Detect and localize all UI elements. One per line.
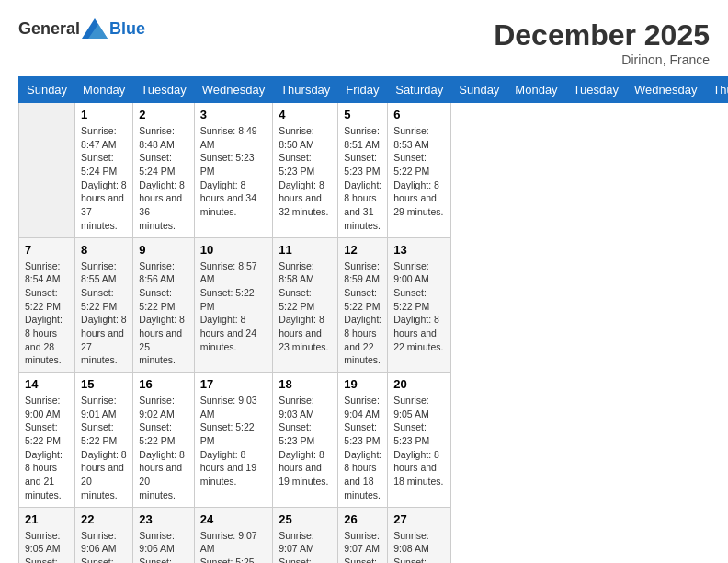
day-number: 16 (139, 377, 188, 391)
calendar-day-cell: 19 Sunrise: 9:04 AM Sunset: 5:23 PM Dayl… (338, 373, 388, 508)
day-of-week-header: Friday (338, 77, 388, 103)
calendar-week-row: 21 Sunrise: 9:05 AM Sunset: 5:24 PM Dayl… (19, 507, 729, 563)
day-info: Sunrise: 9:08 AM Sunset: 5:27 PM Dayligh… (393, 529, 445, 564)
day-number: 6 (393, 108, 445, 121)
calendar-week-row: 14 Sunrise: 9:00 AM Sunset: 5:22 PM Dayl… (19, 373, 729, 508)
day-info: Sunrise: 8:59 AM Sunset: 5:22 PM Dayligh… (344, 259, 381, 368)
calendar-week-row: 7 Sunrise: 8:54 AM Sunset: 5:22 PM Dayli… (19, 237, 729, 373)
day-number: 8 (81, 243, 127, 257)
day-of-week-header: Wednesday (627, 77, 705, 103)
day-number: 17 (200, 377, 267, 391)
day-info: Sunrise: 8:53 AM Sunset: 5:22 PM Dayligh… (393, 124, 445, 219)
day-info: Sunrise: 8:48 AM Sunset: 5:24 PM Dayligh… (139, 124, 188, 233)
day-number: 24 (200, 512, 267, 526)
day-of-week-header: Sunday (19, 77, 75, 103)
day-info: Sunrise: 8:50 AM Sunset: 5:23 PM Dayligh… (279, 124, 332, 219)
calendar-day-cell: 16 Sunrise: 9:02 AM Sunset: 5:22 PM Dayl… (133, 373, 194, 508)
day-info: Sunrise: 8:57 AM Sunset: 5:22 PM Dayligh… (200, 259, 267, 354)
location-subtitle: Dirinon, France (494, 52, 710, 67)
day-info: Sunrise: 8:58 AM Sunset: 5:22 PM Dayligh… (279, 259, 332, 354)
day-info: Sunrise: 9:00 AM Sunset: 5:22 PM Dayligh… (393, 259, 445, 354)
day-of-week-header: Monday (75, 77, 133, 103)
calendar-day-cell: 4 Sunrise: 8:50 AM Sunset: 5:23 PM Dayli… (273, 103, 338, 238)
day-info: Sunrise: 9:03 AM Sunset: 5:22 PM Dayligh… (200, 394, 267, 488)
day-of-week-header: Monday (507, 77, 565, 103)
calendar-table: SundayMondayTuesdayWednesdayThursdayFrid… (18, 76, 728, 563)
calendar-day-cell: 15 Sunrise: 9:01 AM Sunset: 5:22 PM Dayl… (75, 373, 133, 508)
day-info: Sunrise: 8:47 AM Sunset: 5:24 PM Dayligh… (81, 124, 127, 233)
day-number: 10 (200, 243, 267, 257)
calendar-day-cell: 8 Sunrise: 8:55 AM Sunset: 5:22 PM Dayli… (75, 237, 133, 373)
day-info: Sunrise: 9:03 AM Sunset: 5:23 PM Dayligh… (279, 394, 332, 488)
day-number: 1 (81, 108, 127, 121)
calendar-day-cell: 12 Sunrise: 8:59 AM Sunset: 5:22 PM Dayl… (338, 237, 388, 373)
day-info: Sunrise: 9:04 AM Sunset: 5:23 PM Dayligh… (344, 394, 381, 502)
day-number: 15 (81, 377, 127, 391)
day-number: 27 (393, 512, 445, 526)
day-number: 9 (139, 243, 188, 257)
day-number: 21 (25, 512, 69, 526)
day-info: Sunrise: 9:07 AM Sunset: 5:25 PM Dayligh… (200, 529, 267, 564)
logo: General Blue (18, 18, 145, 39)
calendar-day-cell: 5 Sunrise: 8:51 AM Sunset: 5:23 PM Dayli… (338, 103, 388, 238)
day-info: Sunrise: 9:06 AM Sunset: 5:24 PM Dayligh… (81, 529, 127, 564)
calendar-day-cell: 22 Sunrise: 9:06 AM Sunset: 5:24 PM Dayl… (75, 507, 133, 563)
day-info: Sunrise: 9:05 AM Sunset: 5:23 PM Dayligh… (393, 394, 445, 488)
logo-icon (82, 18, 108, 39)
title-section: December 2025 Dirinon, France (494, 18, 710, 67)
day-number: 11 (279, 243, 332, 257)
calendar-day-cell: 14 Sunrise: 9:00 AM Sunset: 5:22 PM Dayl… (19, 373, 75, 508)
logo-text-blue: Blue (109, 19, 145, 39)
day-info: Sunrise: 9:07 AM Sunset: 5:26 PM Dayligh… (279, 529, 332, 564)
calendar-day-cell: 20 Sunrise: 9:05 AM Sunset: 5:23 PM Dayl… (388, 373, 451, 508)
day-info: Sunrise: 9:00 AM Sunset: 5:22 PM Dayligh… (25, 394, 69, 502)
calendar-day-cell: 23 Sunrise: 9:06 AM Sunset: 5:25 PM Dayl… (133, 507, 194, 563)
day-number: 2 (139, 108, 188, 121)
page-header: General Blue December 2025 Dirinon, Fran… (18, 18, 710, 67)
day-info: Sunrise: 9:07 AM Sunset: 5:27 PM Dayligh… (344, 529, 381, 564)
calendar-day-cell (19, 103, 75, 238)
day-info: Sunrise: 8:51 AM Sunset: 5:23 PM Dayligh… (344, 124, 381, 233)
day-info: Sunrise: 9:06 AM Sunset: 5:25 PM Dayligh… (139, 529, 188, 564)
calendar-day-cell: 18 Sunrise: 9:03 AM Sunset: 5:23 PM Dayl… (273, 373, 338, 508)
logo-text-general: General (18, 19, 80, 39)
calendar-day-cell: 11 Sunrise: 8:58 AM Sunset: 5:22 PM Dayl… (273, 237, 338, 373)
day-number: 20 (393, 377, 445, 391)
day-number: 23 (139, 512, 188, 526)
day-of-week-header: Tuesday (133, 77, 194, 103)
day-number: 14 (25, 377, 69, 391)
day-info: Sunrise: 9:02 AM Sunset: 5:22 PM Dayligh… (139, 394, 188, 502)
day-number: 3 (200, 108, 267, 121)
calendar-day-cell: 17 Sunrise: 9:03 AM Sunset: 5:22 PM Dayl… (194, 373, 272, 508)
calendar-day-cell: 27 Sunrise: 9:08 AM Sunset: 5:27 PM Dayl… (388, 507, 451, 563)
day-of-week-header: Sunday (451, 77, 507, 103)
day-info: Sunrise: 8:54 AM Sunset: 5:22 PM Dayligh… (25, 259, 69, 368)
calendar-day-cell: 10 Sunrise: 8:57 AM Sunset: 5:22 PM Dayl… (194, 237, 272, 373)
day-number: 12 (344, 243, 381, 257)
day-info: Sunrise: 8:49 AM Sunset: 5:23 PM Dayligh… (200, 124, 267, 219)
calendar-day-cell: 26 Sunrise: 9:07 AM Sunset: 5:27 PM Dayl… (338, 507, 388, 563)
day-number: 19 (344, 377, 381, 391)
day-info: Sunrise: 9:05 AM Sunset: 5:24 PM Dayligh… (25, 529, 69, 564)
calendar-day-cell: 13 Sunrise: 9:00 AM Sunset: 5:22 PM Dayl… (388, 237, 451, 373)
day-number: 5 (344, 108, 381, 121)
calendar-day-cell: 3 Sunrise: 8:49 AM Sunset: 5:23 PM Dayli… (194, 103, 272, 238)
day-info: Sunrise: 8:56 AM Sunset: 5:22 PM Dayligh… (139, 259, 188, 368)
month-year-title: December 2025 (494, 18, 710, 52)
day-number: 25 (279, 512, 332, 526)
calendar-day-cell: 2 Sunrise: 8:48 AM Sunset: 5:24 PM Dayli… (133, 103, 194, 238)
day-info: Sunrise: 9:01 AM Sunset: 5:22 PM Dayligh… (81, 394, 127, 502)
calendar-week-row: 1 Sunrise: 8:47 AM Sunset: 5:24 PM Dayli… (19, 103, 729, 238)
day-of-week-header: Thursday (273, 77, 338, 103)
day-info: Sunrise: 8:55 AM Sunset: 5:22 PM Dayligh… (81, 259, 127, 368)
day-number: 4 (279, 108, 332, 121)
calendar-day-cell: 21 Sunrise: 9:05 AM Sunset: 5:24 PM Dayl… (19, 507, 75, 563)
day-of-week-header: Thursday (705, 77, 728, 103)
day-number: 26 (344, 512, 381, 526)
calendar-day-cell: 9 Sunrise: 8:56 AM Sunset: 5:22 PM Dayli… (133, 237, 194, 373)
calendar-day-cell: 1 Sunrise: 8:47 AM Sunset: 5:24 PM Dayli… (75, 103, 133, 238)
day-of-week-header: Wednesday (194, 77, 272, 103)
day-of-week-header: Tuesday (565, 77, 626, 103)
calendar-header-row: SundayMondayTuesdayWednesdayThursdayFrid… (19, 77, 729, 103)
day-number: 7 (25, 243, 69, 257)
